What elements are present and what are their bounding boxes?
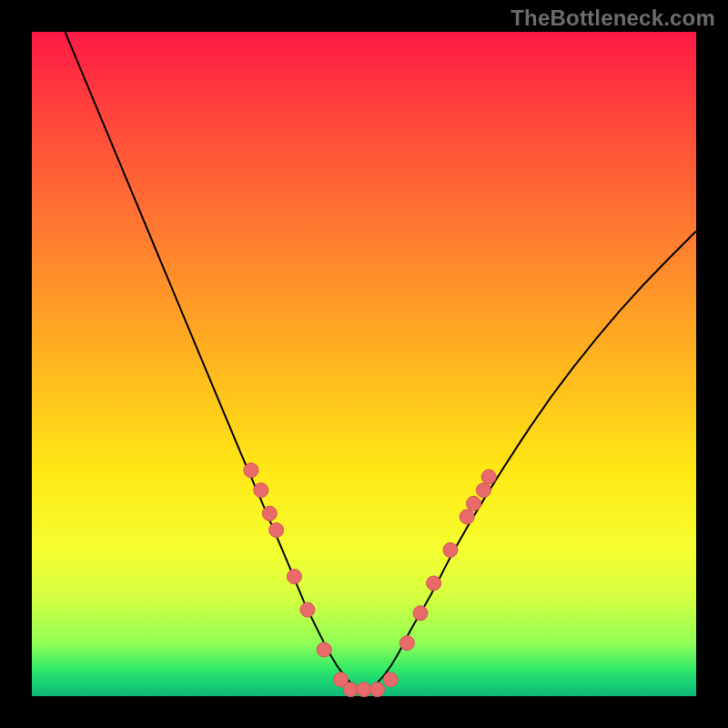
- chart-frame: TheBottleneck.com: [0, 0, 728, 728]
- marker-bottom-3: [357, 682, 371, 697]
- marker-left-2: [254, 483, 268, 498]
- watermark-text: TheBottleneck.com: [511, 5, 715, 31]
- marker-left-1: [244, 463, 258, 478]
- marker-bottom-2: [343, 682, 358, 697]
- marker-left-4: [269, 523, 284, 538]
- marker-group: [244, 463, 496, 697]
- marker-right-5: [460, 510, 474, 524]
- marker-right-7: [476, 483, 490, 498]
- marker-left-6: [300, 602, 315, 617]
- marker-left-5: [287, 570, 301, 584]
- marker-left-7: [317, 642, 331, 657]
- marker-right-1: [399, 636, 414, 651]
- marker-right-2: [413, 606, 428, 621]
- marker-right-4: [443, 542, 458, 557]
- marker-bottom-4: [370, 682, 385, 697]
- bottleneck-curve: [66, 32, 697, 690]
- chart-overlay: [32, 32, 696, 696]
- marker-right-6: [467, 496, 481, 511]
- marker-bottom-5: [383, 672, 398, 687]
- marker-left-3: [262, 506, 277, 521]
- marker-right-8: [481, 470, 496, 484]
- marker-right-3: [427, 576, 441, 591]
